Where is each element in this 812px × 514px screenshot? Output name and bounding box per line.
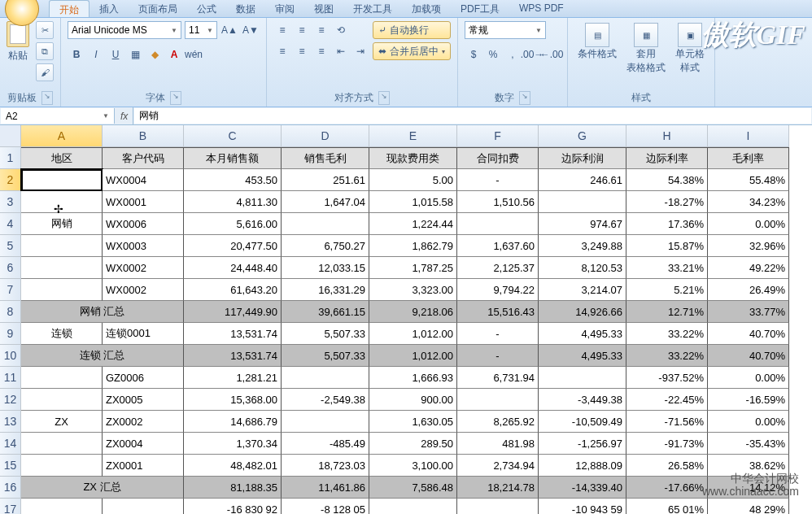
cell[interactable]: 5.21% <box>626 279 708 301</box>
cell[interactable]: 12.71% <box>626 301 708 323</box>
cell[interactable]: 4,495.33 <box>539 323 626 345</box>
cell[interactable]: 5.00 <box>369 169 457 191</box>
cell[interactable]: -22.45% <box>626 389 708 411</box>
cell[interactable]: 48 29% <box>708 499 789 514</box>
cell[interactable]: 20,477.50 <box>184 235 282 257</box>
table-header[interactable]: 销售毛利 <box>282 147 369 169</box>
tab-insert[interactable]: 插入 <box>89 0 129 17</box>
percent-icon[interactable]: % <box>484 46 502 63</box>
table-header[interactable]: 客户代码 <box>103 147 184 169</box>
number-dialog-icon[interactable]: ↘ <box>519 91 530 105</box>
cell[interactable]: 4,811.30 <box>184 191 282 213</box>
spreadsheet-grid[interactable]: ABCDEFGHI1地区客户代码本月销售额销售毛利现款费用类合同扣费边际利润边际… <box>0 125 812 514</box>
cell[interactable]: WX0006 <box>103 213 184 235</box>
cell[interactable]: 32.96% <box>708 235 789 257</box>
cell[interactable]: 453.50 <box>184 169 282 191</box>
tab-addins[interactable]: 加载项 <box>402 0 451 17</box>
cell[interactable]: 4,495.33 <box>539 345 626 367</box>
cell[interactable]: 连锁 汇总 <box>21 345 184 367</box>
cell[interactable]: 12,888.09 <box>539 455 626 477</box>
cell[interactable]: 3,249.88 <box>539 235 626 257</box>
cell[interactable]: -16 830 92 <box>184 499 282 514</box>
cell[interactable] <box>539 367 626 389</box>
cell[interactable]: WX0002 <box>103 257 184 279</box>
cell[interactable]: -71.56% <box>626 411 708 433</box>
cell[interactable]: 1,510.56 <box>457 191 539 213</box>
tab-wpspdf[interactable]: WPS PDF <box>509 0 574 17</box>
increase-decimal-icon[interactable]: .00→ <box>523 46 541 63</box>
cell[interactable]: 13,531.74 <box>184 323 282 345</box>
cell[interactable]: 3,100.00 <box>369 455 457 477</box>
table-header[interactable]: 边际利润 <box>539 147 626 169</box>
cell[interactable]: 7,586.48 <box>369 477 457 499</box>
cell[interactable] <box>21 389 103 411</box>
row-header-16[interactable]: 16 <box>0 477 21 499</box>
cell[interactable]: 2,734.94 <box>457 455 539 477</box>
cell[interactable]: 8,120.53 <box>539 257 626 279</box>
row-header-12[interactable]: 12 <box>0 389 21 411</box>
cell[interactable]: 15.87% <box>626 235 708 257</box>
italic-button[interactable]: I <box>87 46 105 63</box>
cell[interactable]: 65 01% <box>626 499 708 514</box>
cell[interactable] <box>282 213 369 235</box>
format-painter-button[interactable]: 🖌 <box>36 63 54 81</box>
tab-developer[interactable]: 开发工具 <box>343 0 402 17</box>
cell[interactable]: 6,750.27 <box>282 235 369 257</box>
table-header[interactable]: 本月销售额 <box>184 147 282 169</box>
copy-button[interactable]: ⧉ <box>36 42 54 60</box>
cell[interactable] <box>457 389 539 411</box>
table-header[interactable]: 边际利率 <box>626 147 708 169</box>
cell[interactable]: 1,637.60 <box>457 235 539 257</box>
tab-view[interactable]: 视图 <box>304 0 343 17</box>
tab-home[interactable]: 开始 <box>49 0 89 17</box>
cell[interactable]: -16.59% <box>708 389 789 411</box>
cell[interactable]: -18.27% <box>626 191 708 213</box>
decrease-indent-icon[interactable]: ⇤ <box>332 42 350 60</box>
cell[interactable]: 33.77% <box>708 301 789 323</box>
cell[interactable]: 1,012.00 <box>369 323 457 345</box>
cell[interactable] <box>21 191 103 213</box>
cell[interactable]: 900.00 <box>369 389 457 411</box>
cell[interactable]: ZX0005 <box>103 389 184 411</box>
cell[interactable]: WX0002 <box>103 279 184 301</box>
col-header-F[interactable]: F <box>457 125 539 147</box>
cell[interactable]: 网销 <box>21 213 103 235</box>
cell[interactable] <box>103 499 184 514</box>
number-format-select[interactable]: 常规▼ <box>465 21 546 39</box>
decrease-decimal-icon[interactable]: ←.00 <box>543 46 561 63</box>
paste-label[interactable]: 粘贴 <box>8 49 28 63</box>
cell[interactable]: 0.00% <box>708 367 789 389</box>
decrease-font-icon[interactable]: A▼ <box>242 21 260 39</box>
cell[interactable]: ZX0004 <box>103 433 184 455</box>
cell[interactable]: 11,461.86 <box>282 477 369 499</box>
cut-button[interactable]: ✂ <box>36 21 54 39</box>
clipboard-dialog-icon[interactable]: ↘ <box>41 91 53 105</box>
row-header-8[interactable]: 8 <box>0 301 21 323</box>
cell[interactable]: -17.66% <box>626 477 708 499</box>
align-middle-icon[interactable]: ≡ <box>293 21 311 39</box>
orientation-icon[interactable]: ⟲ <box>332 21 350 39</box>
cell[interactable]: -91.73% <box>626 433 708 455</box>
cell[interactable]: 34.23% <box>708 191 789 213</box>
cell[interactable]: 481.98 <box>457 433 539 455</box>
row-header-5[interactable]: 5 <box>0 235 21 257</box>
cell[interactable]: 16,331.29 <box>282 279 369 301</box>
col-header-I[interactable]: I <box>708 125 789 147</box>
comma-icon[interactable]: , <box>504 46 522 63</box>
row-header-14[interactable]: 14 <box>0 433 21 455</box>
cell[interactable]: - <box>457 169 539 191</box>
cell[interactable]: -485.49 <box>282 433 369 455</box>
row-header-15[interactable]: 15 <box>0 455 21 477</box>
cell[interactable]: 5,507.33 <box>282 345 369 367</box>
align-bottom-icon[interactable]: ≡ <box>312 21 330 39</box>
col-header-E[interactable]: E <box>369 125 457 147</box>
increase-font-icon[interactable]: A▲ <box>220 21 238 39</box>
cell[interactable] <box>457 499 539 514</box>
cell[interactable]: GZ0006 <box>103 367 184 389</box>
cell[interactable] <box>21 499 103 514</box>
cell[interactable]: 1,630.05 <box>369 411 457 433</box>
cell[interactable]: -8 128 05 <box>282 499 369 514</box>
cell[interactable]: 14.12% <box>708 477 789 499</box>
cell[interactable]: WX0004 <box>103 169 184 191</box>
cell[interactable]: 0.00% <box>708 411 789 433</box>
